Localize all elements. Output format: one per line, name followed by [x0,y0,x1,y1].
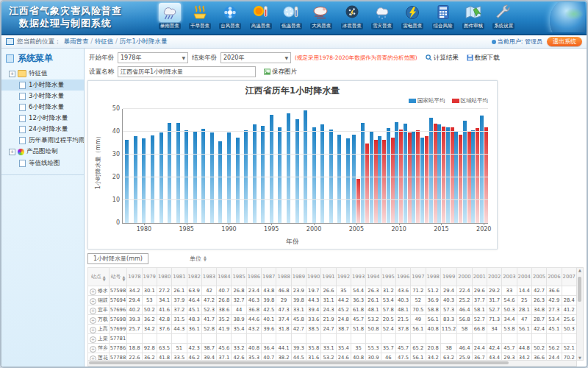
column-header-year[interactable]: 1998 [426,268,440,286]
toolbar-item-rain-cloud[interactable]: 暴雨普查 [154,3,184,29]
toolbar-item-settings[interactable]: 系统设置 [489,3,519,29]
national-bar[interactable] [168,123,171,223]
horizontal-scrollbar[interactable] [87,360,577,367]
regional-bar[interactable] [356,179,360,223]
toolbar-item-lightning[interactable]: 雷电普查 [398,3,428,29]
regional-bar[interactable] [459,135,462,223]
national-bar[interactable] [134,136,137,223]
vertical-scroll-thumb[interactable] [578,277,581,302]
column-header-year[interactable]: 2007 [562,268,577,286]
national-bar[interactable] [420,138,424,223]
station-cell[interactable]: +修水 [88,286,110,296]
horizontal-scroll-thumb[interactable] [89,361,509,364]
regional-bar[interactable] [408,132,412,223]
row-expand-icon[interactable]: + [90,327,96,333]
sidebar-item[interactable]: 等值线绘图 [1,158,84,169]
expand-icon[interactable]: + [9,149,15,155]
toolbar-item-high-temp[interactable]: 高温普查 [245,3,276,29]
national-bar[interactable] [404,124,407,223]
unit-sort-control[interactable]: 单位 ▲▼ [190,255,207,263]
station-cell[interactable]: +上栗 [88,334,110,344]
row-expand-icon[interactable]: + [90,336,96,343]
save-image-button[interactable]: 保存图片 [264,68,297,77]
column-header-station[interactable]: 站点 ▲▼ [88,268,110,286]
national-bar[interactable] [295,119,299,223]
station-cell[interactable]: +铜鼓 [88,296,110,305]
national-bar[interactable] [261,126,265,223]
regional-bar[interactable] [442,127,445,223]
tree-group-folder[interactable]: +特征值 [1,68,84,79]
chart-legend[interactable]: 国家站平均区域站平均 [409,97,488,105]
regional-bar[interactable] [374,140,378,223]
toolbar-item-typhoon[interactable]: 台风普查 [215,3,245,29]
toolbar-item-wind[interactable]: 大风普查 [306,3,337,29]
sort-icons[interactable]: ▲▼ [204,255,207,261]
national-bar[interactable] [236,138,240,223]
national-bar[interactable] [278,127,282,223]
row-expand-icon[interactable]: + [90,298,96,305]
sidebar-item[interactable]: 6小时降水量 [1,102,84,113]
column-header-year[interactable]: 1996 [395,268,410,286]
data-grid[interactable]: 站点 ▲▼站号 ▲▼197819791980198119821983198419… [87,267,577,361]
column-header-year[interactable]: 2003 [502,268,517,286]
national-bar[interactable] [337,135,341,223]
national-bar[interactable] [387,128,390,223]
start-year-select[interactable]: 1978年 ▼ [118,52,188,63]
column-header-year[interactable]: 2004 [517,268,531,286]
national-bar[interactable] [253,124,257,223]
column-header-year[interactable]: 1989 [291,268,306,286]
toolbar-item-calculator[interactable]: 综合风险 [428,3,458,29]
station-cell[interactable]: +上高 [88,325,110,334]
regional-bar[interactable] [425,136,429,223]
breadcrumb-item[interactable]: 历年1小时降水量 [120,38,168,45]
vertical-scrollbar[interactable]: ▲ ▼ [576,267,584,361]
column-header-year[interactable]: 1990 [306,268,321,286]
national-bar[interactable] [395,122,398,223]
column-header-year[interactable]: 1999 [440,268,456,286]
regional-bar[interactable] [476,128,479,223]
sidebar-item[interactable]: 3小时降水量 [1,91,84,102]
column-header-station-id[interactable]: 站号 ▲▼ [109,268,127,286]
column-header-year[interactable]: 1985 [232,268,246,286]
row-expand-icon[interactable]: + [90,317,96,324]
national-bar[interactable] [151,135,154,223]
station-cell[interactable]: +萍乡 [88,344,110,353]
national-bar[interactable] [370,132,373,223]
column-header-year[interactable]: 1993 [351,268,365,286]
column-header-year[interactable]: 1986 [246,268,261,286]
toolbar-item-map-audit[interactable]: 图件审核 [458,3,488,29]
national-bar[interactable] [125,140,129,223]
column-header-year[interactable]: 1992 [336,268,351,286]
sidebar-item[interactable]: 24小时降水量 [1,124,84,135]
national-bar[interactable] [201,129,205,223]
national-bar[interactable] [378,136,381,223]
calc-result-button[interactable]: 计算结果 [426,54,459,63]
station-cell[interactable]: +万载 [88,315,110,325]
breadcrumb-item[interactable]: 暴雨普查 [64,38,89,45]
regional-bar[interactable] [451,127,454,223]
national-bar[interactable] [287,113,290,223]
sidebar-item[interactable]: 历年暴雨过程平均雨量 [1,135,84,146]
column-header-year[interactable]: 1984 [217,268,232,286]
row-expand-icon[interactable]: + [90,289,96,295]
national-bar[interactable] [346,138,350,223]
regional-bar[interactable] [391,138,395,223]
column-header-year[interactable]: 1987 [262,268,276,286]
column-header-year[interactable]: 1988 [276,268,291,286]
column-header-year[interactable]: 1991 [321,268,336,286]
national-bar[interactable] [446,127,450,223]
column-header-year[interactable]: 1979 [142,268,157,286]
column-header-year[interactable]: 2006 [547,268,562,286]
national-bar[interactable] [429,118,433,223]
row-expand-icon[interactable]: + [90,308,96,314]
setting-name-input[interactable]: 江西省历年1小时降水量 [118,66,256,77]
national-bar[interactable] [210,132,214,223]
end-year-select[interactable]: 2020年 ▼ [220,52,291,63]
national-bar[interactable] [304,110,307,223]
national-bar[interactable] [312,127,316,224]
sidebar-item[interactable]: 1小时降水量 [1,79,84,91]
column-header-year[interactable]: 1995 [381,268,395,286]
logout-button[interactable]: 退出系统 [547,37,582,46]
column-header-year[interactable]: 1994 [366,268,381,286]
national-bar[interactable] [320,124,324,223]
